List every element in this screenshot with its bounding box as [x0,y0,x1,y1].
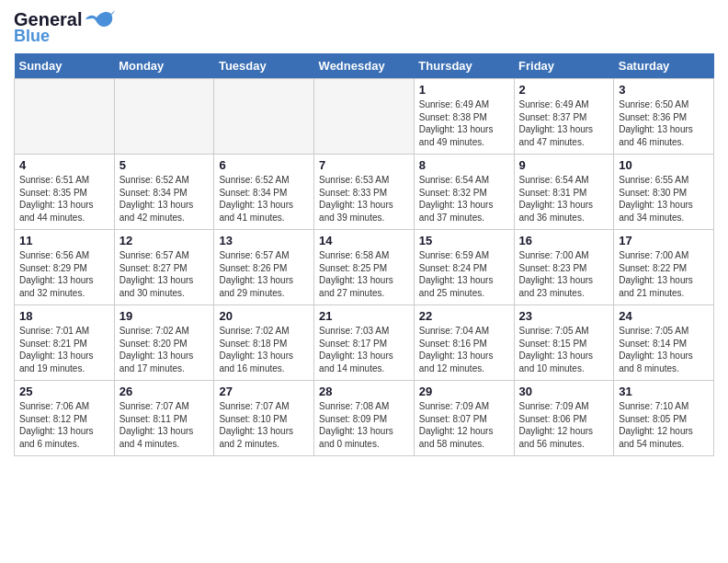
day-info: Sunrise: 7:06 AM Sunset: 8:12 PM Dayligh… [19,400,109,450]
day-info: Sunrise: 7:07 AM Sunset: 8:10 PM Dayligh… [219,400,309,450]
calendar-cell: 6Sunrise: 6:52 AM Sunset: 8:34 PM Daylig… [214,155,314,230]
day-number: 19 [119,309,210,323]
calendar-cell: 19Sunrise: 7:02 AM Sunset: 8:20 PM Dayli… [114,305,214,381]
day-number: 6 [219,158,309,172]
page-header: General Blue [14,9,714,46]
calendar-cell: 15Sunrise: 6:59 AM Sunset: 8:24 PM Dayli… [414,230,514,305]
logo-bird-icon [85,10,115,30]
calendar-cell: 29Sunrise: 7:09 AM Sunset: 8:07 PM Dayli… [414,381,514,456]
calendar-body: 1Sunrise: 6:49 AM Sunset: 8:38 PM Daylig… [15,79,714,456]
day-number: 25 [19,385,109,398]
logo-blue: Blue [14,27,50,46]
calendar-cell: 24Sunrise: 7:05 AM Sunset: 8:14 PM Dayli… [614,305,714,381]
day-number: 13 [219,234,309,247]
calendar-table: SundayMondayTuesdayWednesdayThursdayFrid… [14,53,714,456]
day-info: Sunrise: 7:02 AM Sunset: 8:20 PM Dayligh… [119,325,210,374]
day-number: 9 [519,158,609,172]
calendar-week-5: 25Sunrise: 7:06 AM Sunset: 8:12 PM Dayli… [15,381,714,456]
calendar-cell [114,79,214,155]
day-number: 7 [319,158,409,172]
day-info: Sunrise: 6:56 AM Sunset: 8:29 PM Dayligh… [19,249,109,299]
calendar-week-1: 1Sunrise: 6:49 AM Sunset: 8:38 PM Daylig… [15,79,714,155]
day-number: 15 [419,234,509,247]
day-number: 14 [319,234,409,247]
day-header-monday: Monday [114,53,214,79]
calendar-cell: 31Sunrise: 7:10 AM Sunset: 8:05 PM Dayli… [614,381,714,456]
calendar-cell: 30Sunrise: 7:09 AM Sunset: 8:06 PM Dayli… [514,381,614,456]
day-header-friday: Friday [514,53,614,79]
logo: General Blue [14,9,115,46]
day-number: 27 [219,385,309,398]
day-number: 22 [419,309,509,323]
calendar-cell: 22Sunrise: 7:04 AM Sunset: 8:16 PM Dayli… [414,305,514,381]
calendar-week-2: 4Sunrise: 6:51 AM Sunset: 8:35 PM Daylig… [15,155,714,230]
day-info: Sunrise: 6:51 AM Sunset: 8:35 PM Dayligh… [19,174,109,224]
day-info: Sunrise: 7:04 AM Sunset: 8:16 PM Dayligh… [419,325,509,374]
calendar-header-row: SundayMondayTuesdayWednesdayThursdayFrid… [15,53,714,79]
calendar-cell: 1Sunrise: 6:49 AM Sunset: 8:38 PM Daylig… [414,79,514,155]
calendar-cell: 28Sunrise: 7:08 AM Sunset: 8:09 PM Dayli… [314,381,415,456]
day-number: 2 [519,83,609,97]
day-number: 1 [419,83,509,97]
day-number: 30 [519,385,609,398]
day-number: 24 [619,309,709,323]
day-info: Sunrise: 7:00 AM Sunset: 8:22 PM Dayligh… [619,249,709,299]
calendar-cell: 9Sunrise: 6:54 AM Sunset: 8:31 PM Daylig… [514,155,614,230]
calendar-cell: 16Sunrise: 7:00 AM Sunset: 8:23 PM Dayli… [514,230,614,305]
calendar-cell: 20Sunrise: 7:02 AM Sunset: 8:18 PM Dayli… [214,305,314,381]
day-number: 28 [319,385,409,398]
day-info: Sunrise: 6:49 AM Sunset: 8:38 PM Dayligh… [419,98,509,148]
day-number: 3 [619,83,709,97]
calendar-cell: 7Sunrise: 6:53 AM Sunset: 8:33 PM Daylig… [314,155,415,230]
calendar-cell: 25Sunrise: 7:06 AM Sunset: 8:12 PM Dayli… [15,381,115,456]
calendar-cell: 3Sunrise: 6:50 AM Sunset: 8:36 PM Daylig… [614,79,714,155]
calendar-cell: 13Sunrise: 6:57 AM Sunset: 8:26 PM Dayli… [214,230,314,305]
day-number: 31 [619,385,709,398]
calendar-week-4: 18Sunrise: 7:01 AM Sunset: 8:21 PM Dayli… [15,305,714,381]
day-info: Sunrise: 7:03 AM Sunset: 8:17 PM Dayligh… [319,325,409,374]
day-number: 5 [119,158,210,172]
day-info: Sunrise: 7:09 AM Sunset: 8:06 PM Dayligh… [519,400,609,450]
calendar-week-3: 11Sunrise: 6:56 AM Sunset: 8:29 PM Dayli… [15,230,714,305]
day-number: 23 [519,309,609,323]
day-number: 17 [619,234,709,247]
calendar-cell [314,79,415,155]
day-info: Sunrise: 6:57 AM Sunset: 8:26 PM Dayligh… [219,249,309,299]
day-number: 20 [219,309,309,323]
day-info: Sunrise: 7:01 AM Sunset: 8:21 PM Dayligh… [19,325,109,374]
day-number: 26 [119,385,210,398]
day-number: 4 [19,158,109,172]
calendar-cell: 8Sunrise: 6:54 AM Sunset: 8:32 PM Daylig… [414,155,514,230]
day-info: Sunrise: 6:50 AM Sunset: 8:36 PM Dayligh… [619,98,709,148]
calendar-cell: 11Sunrise: 6:56 AM Sunset: 8:29 PM Dayli… [15,230,115,305]
calendar-cell: 26Sunrise: 7:07 AM Sunset: 8:11 PM Dayli… [114,381,214,456]
day-info: Sunrise: 6:53 AM Sunset: 8:33 PM Dayligh… [319,174,409,224]
day-header-tuesday: Tuesday [214,53,314,79]
calendar-cell: 2Sunrise: 6:49 AM Sunset: 8:37 PM Daylig… [514,79,614,155]
calendar-cell: 18Sunrise: 7:01 AM Sunset: 8:21 PM Dayli… [15,305,115,381]
day-header-sunday: Sunday [15,53,115,79]
day-info: Sunrise: 6:58 AM Sunset: 8:25 PM Dayligh… [319,249,409,299]
day-info: Sunrise: 7:05 AM Sunset: 8:15 PM Dayligh… [519,325,609,374]
calendar-cell [214,79,314,155]
calendar-cell: 12Sunrise: 6:57 AM Sunset: 8:27 PM Dayli… [114,230,214,305]
calendar-cell: 23Sunrise: 7:05 AM Sunset: 8:15 PM Dayli… [514,305,614,381]
day-number: 11 [19,234,109,247]
calendar-cell: 4Sunrise: 6:51 AM Sunset: 8:35 PM Daylig… [15,155,115,230]
calendar-cell [15,79,115,155]
calendar-cell: 17Sunrise: 7:00 AM Sunset: 8:22 PM Dayli… [614,230,714,305]
day-info: Sunrise: 6:59 AM Sunset: 8:24 PM Dayligh… [419,249,509,299]
day-number: 8 [419,158,509,172]
day-info: Sunrise: 7:07 AM Sunset: 8:11 PM Dayligh… [119,400,210,450]
calendar-cell: 5Sunrise: 6:52 AM Sunset: 8:34 PM Daylig… [114,155,214,230]
calendar-cell: 27Sunrise: 7:07 AM Sunset: 8:10 PM Dayli… [214,381,314,456]
day-info: Sunrise: 7:08 AM Sunset: 8:09 PM Dayligh… [319,400,409,450]
day-number: 16 [519,234,609,247]
day-info: Sunrise: 6:49 AM Sunset: 8:37 PM Dayligh… [519,98,609,148]
calendar-cell: 10Sunrise: 6:55 AM Sunset: 8:30 PM Dayli… [614,155,714,230]
day-info: Sunrise: 7:10 AM Sunset: 8:05 PM Dayligh… [619,400,709,450]
day-info: Sunrise: 7:05 AM Sunset: 8:14 PM Dayligh… [619,325,709,374]
day-info: Sunrise: 6:52 AM Sunset: 8:34 PM Dayligh… [119,174,210,224]
day-number: 12 [119,234,210,247]
calendar-cell: 21Sunrise: 7:03 AM Sunset: 8:17 PM Dayli… [314,305,415,381]
